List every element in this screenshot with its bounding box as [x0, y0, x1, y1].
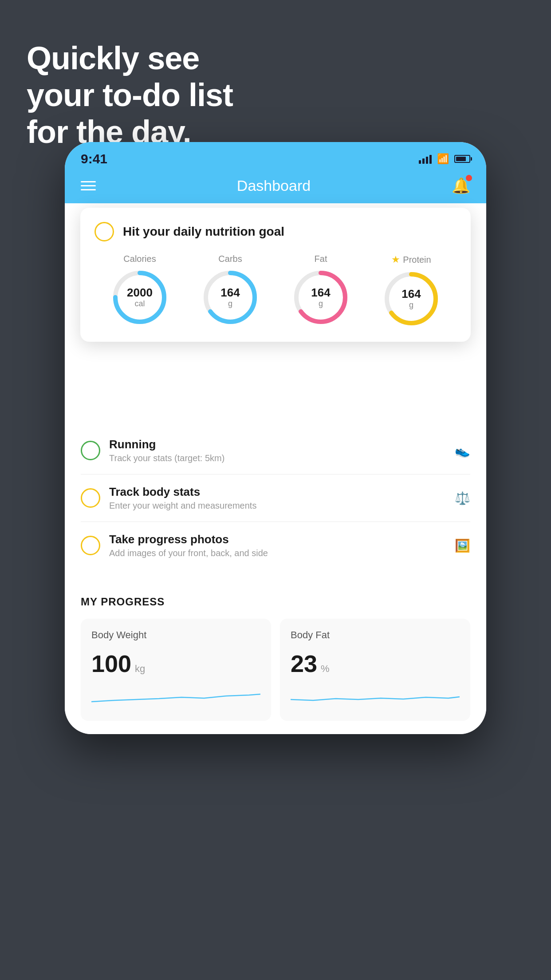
carbs-value: 164	[220, 286, 240, 299]
fat-value: 164	[311, 286, 330, 299]
todo-list: Running Track your stats (target: 5km) 👟…	[65, 427, 486, 569]
nav-bar: Dashboard 🔔	[65, 170, 486, 203]
nav-title: Dashboard	[237, 177, 311, 194]
body-weight-value-row: 100 kg	[91, 650, 260, 677]
carbs-circle: 164 g	[201, 269, 259, 326]
body-weight-unit: kg	[135, 663, 145, 675]
photos-subtitle: Add images of your front, back, and side	[109, 548, 446, 558]
body-weight-value: 100	[91, 650, 131, 677]
body-fat-card[interactable]: Body Fat 23 %	[280, 619, 470, 721]
status-icons: 📶	[419, 153, 470, 165]
fat-label: Fat	[315, 254, 327, 264]
body-fat-card-title: Body Fat	[291, 629, 460, 641]
body-fat-chart	[291, 686, 460, 708]
body-stats-checkbox[interactable]	[81, 488, 100, 508]
carbs-unit: g	[220, 299, 240, 308]
photos-icon: 🖼️	[455, 538, 470, 553]
calories-circle: 2000 cal	[111, 269, 169, 326]
running-checkbox[interactable]	[81, 441, 100, 460]
photos-checkbox[interactable]	[81, 536, 100, 555]
protein-value: 164	[401, 288, 421, 300]
carbs-stat: Carbs 164 g	[201, 254, 259, 326]
phone-mockup: 9:41 📶 Dashboard 🔔 THINGS TO DO TODAY	[65, 142, 486, 734]
hero-text: Quickly see your to-do list for the day.	[27, 40, 233, 150]
progress-section: MY PROGRESS Body Weight 100 kg Body Fat	[65, 578, 486, 734]
battery-icon	[454, 155, 470, 163]
body-weight-card-title: Body Weight	[91, 629, 260, 641]
protein-label: Protein	[403, 255, 431, 265]
calories-stat: Calories 2000 cal	[111, 254, 169, 326]
calories-label: Calories	[123, 254, 156, 264]
photos-content: Take progress photos Add images of your …	[109, 533, 446, 558]
body-fat-value-row: 23 %	[291, 650, 460, 677]
body-weight-card[interactable]: Body Weight 100 kg	[81, 619, 271, 721]
notification-button[interactable]: 🔔	[452, 177, 470, 194]
body-stats-content: Track body stats Enter your weight and m…	[109, 485, 446, 511]
protein-circle: 164 g	[382, 270, 440, 328]
carbs-label: Carbs	[218, 254, 242, 264]
menu-button[interactable]	[81, 181, 96, 190]
progress-cards: Body Weight 100 kg Body Fat 23 %	[81, 619, 470, 721]
todo-item-running[interactable]: Running Track your stats (target: 5km) 👟	[81, 427, 470, 474]
nutrition-checkbox[interactable]	[94, 222, 114, 241]
body-weight-chart	[91, 686, 260, 708]
body-fat-value: 23	[291, 650, 317, 677]
protein-unit: g	[401, 300, 421, 310]
todo-item-photos[interactable]: Take progress photos Add images of your …	[81, 522, 470, 569]
running-icon: 👟	[455, 443, 470, 458]
fat-stat: Fat 164 g	[292, 254, 350, 326]
nutrition-stats: Calories 2000 cal Carbs	[94, 254, 457, 328]
running-content: Running Track your stats (target: 5km)	[109, 438, 446, 463]
protein-stat: ★ Protein 164 g	[382, 254, 440, 328]
star-icon: ★	[391, 254, 400, 265]
hero-line2: your to-do list	[27, 77, 233, 114]
signal-icon	[419, 154, 432, 164]
body-stats-icon: ⚖️	[455, 491, 470, 506]
fat-circle: 164 g	[292, 269, 350, 326]
todo-item-body-stats[interactable]: Track body stats Enter your weight and m…	[81, 474, 470, 522]
nutrition-card-header: Hit your daily nutrition goal	[94, 222, 457, 241]
notification-badge	[466, 175, 472, 181]
photos-title: Take progress photos	[109, 533, 446, 546]
body-stats-subtitle: Enter your weight and measurements	[109, 501, 446, 511]
wifi-icon: 📶	[437, 153, 449, 165]
calories-value: 2000	[127, 286, 153, 299]
running-title: Running	[109, 438, 446, 451]
body-fat-unit: %	[321, 663, 330, 675]
protein-label-row: ★ Protein	[391, 254, 431, 265]
hero-line1: Quickly see	[27, 40, 233, 77]
status-time: 9:41	[81, 151, 107, 166]
status-bar: 9:41 📶	[65, 142, 486, 170]
fat-unit: g	[311, 299, 330, 308]
nutrition-card: Hit your daily nutrition goal Calories 2…	[80, 208, 471, 342]
body-stats-title: Track body stats	[109, 485, 446, 499]
nutrition-title: Hit your daily nutrition goal	[123, 225, 284, 239]
calories-unit: cal	[127, 299, 153, 308]
progress-title: MY PROGRESS	[81, 596, 470, 608]
running-subtitle: Track your stats (target: 5km)	[109, 453, 446, 463]
main-content: THINGS TO DO TODAY Hit your daily nutrit…	[65, 203, 486, 734]
